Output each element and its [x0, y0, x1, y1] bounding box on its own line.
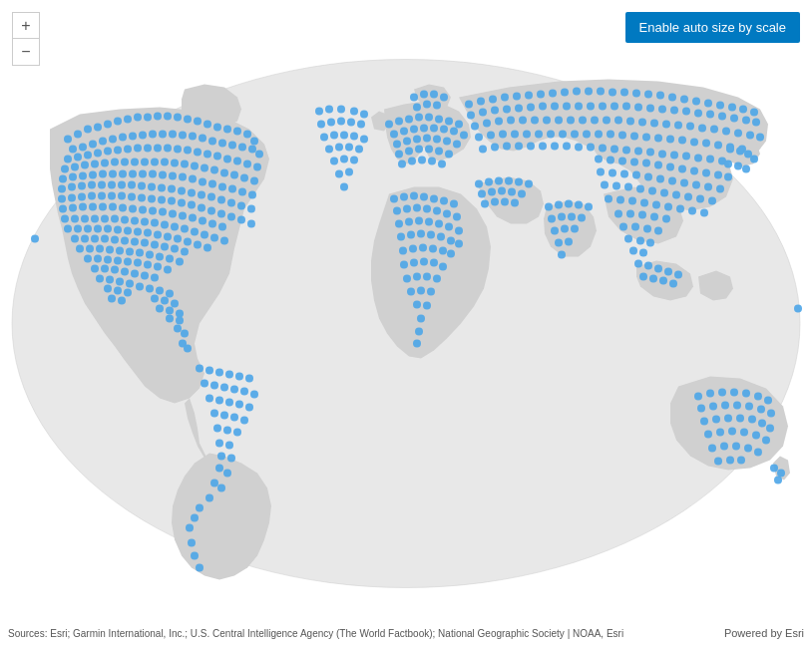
svg-point-539	[680, 179, 688, 187]
svg-point-370	[410, 259, 418, 267]
svg-point-166	[131, 217, 139, 225]
svg-point-242	[166, 290, 174, 298]
svg-point-50	[144, 145, 152, 153]
svg-point-31	[159, 131, 167, 139]
svg-point-509	[599, 145, 607, 153]
svg-point-217	[114, 257, 122, 265]
svg-point-164	[111, 215, 119, 223]
svg-point-136	[198, 204, 205, 212]
svg-point-312	[413, 136, 421, 144]
svg-point-377	[433, 275, 441, 283]
svg-point-627	[766, 425, 774, 433]
svg-point-493	[678, 137, 686, 145]
svg-point-240	[146, 285, 154, 293]
svg-point-109	[128, 181, 136, 189]
svg-point-534	[620, 170, 628, 178]
svg-point-656	[357, 121, 365, 129]
svg-point-574	[555, 239, 563, 247]
svg-point-568	[558, 213, 566, 221]
svg-point-254	[184, 345, 192, 353]
svg-point-183	[134, 228, 142, 236]
svg-point-346	[433, 207, 441, 215]
svg-point-184	[144, 229, 152, 237]
svg-point-26	[109, 136, 117, 144]
svg-point-615	[709, 403, 717, 411]
svg-point-267	[205, 395, 213, 403]
svg-point-348	[453, 213, 461, 221]
svg-point-63	[71, 163, 79, 171]
svg-point-43	[74, 154, 82, 162]
svg-point-315	[443, 138, 451, 146]
svg-point-322	[445, 151, 453, 159]
svg-point-588	[646, 239, 654, 247]
svg-point-480	[523, 131, 531, 139]
svg-point-258	[225, 371, 233, 379]
svg-point-298	[425, 114, 433, 122]
svg-point-411	[585, 88, 593, 96]
svg-point-555	[628, 197, 636, 205]
svg-point-507	[575, 144, 583, 152]
zoom-out-button[interactable]: −	[13, 39, 39, 65]
svg-point-225	[111, 266, 119, 274]
svg-point-533	[609, 169, 616, 177]
svg-point-332	[413, 104, 421, 112]
svg-point-203	[76, 245, 84, 253]
svg-point-127	[108, 192, 116, 200]
zoom-in-button[interactable]: +	[13, 13, 39, 39]
svg-point-175	[220, 237, 228, 245]
svg-point-195	[111, 236, 119, 244]
svg-point-44	[84, 152, 92, 160]
svg-point-603	[750, 156, 758, 163]
svg-point-290	[186, 524, 194, 532]
svg-point-207	[116, 247, 124, 255]
svg-point-453	[495, 118, 503, 126]
svg-point-619	[757, 406, 765, 414]
svg-point-85	[89, 171, 97, 179]
svg-point-388	[495, 177, 503, 185]
svg-point-257	[215, 369, 223, 377]
svg-point-186	[164, 233, 172, 241]
svg-point-9	[134, 114, 142, 122]
svg-point-181	[114, 226, 122, 234]
svg-point-308	[450, 128, 458, 136]
svg-point-604	[724, 161, 732, 168]
svg-point-251	[174, 325, 182, 333]
svg-point-395	[508, 188, 516, 196]
svg-point-443	[670, 107, 678, 115]
svg-point-244	[161, 297, 169, 305]
svg-point-105	[88, 181, 96, 189]
svg-point-138	[217, 210, 225, 218]
svg-point-582	[619, 223, 627, 231]
svg-point-291	[188, 539, 196, 547]
svg-point-629	[716, 429, 724, 437]
svg-point-210	[146, 251, 154, 259]
svg-point-129	[128, 193, 136, 201]
svg-point-87	[109, 170, 117, 178]
svg-point-501	[503, 143, 511, 151]
map-attribution: Sources: Esri; Garmin International, Inc…	[8, 628, 623, 639]
svg-point-428	[491, 107, 499, 115]
svg-point-146	[99, 203, 107, 211]
svg-point-117	[207, 193, 215, 201]
svg-point-174	[210, 234, 218, 242]
svg-point-511	[622, 147, 630, 155]
svg-point-451	[471, 123, 479, 131]
svg-point-522	[618, 158, 626, 165]
svg-point-499	[479, 146, 487, 154]
svg-point-72	[161, 159, 169, 166]
svg-point-202	[181, 248, 189, 256]
svg-point-548	[660, 189, 668, 197]
svg-point-547	[648, 187, 656, 195]
svg-point-564	[565, 200, 573, 208]
svg-point-572	[561, 225, 569, 233]
auto-size-button[interactable]: Enable auto size by scale	[625, 12, 800, 43]
svg-point-59	[233, 158, 241, 165]
svg-point-523	[630, 159, 638, 166]
svg-point-454	[507, 117, 515, 125]
svg-point-597	[649, 275, 657, 283]
svg-point-70	[141, 159, 149, 166]
svg-point-241	[156, 287, 164, 295]
svg-point-304	[410, 126, 418, 134]
svg-point-119	[227, 199, 235, 207]
svg-point-98	[218, 183, 226, 191]
